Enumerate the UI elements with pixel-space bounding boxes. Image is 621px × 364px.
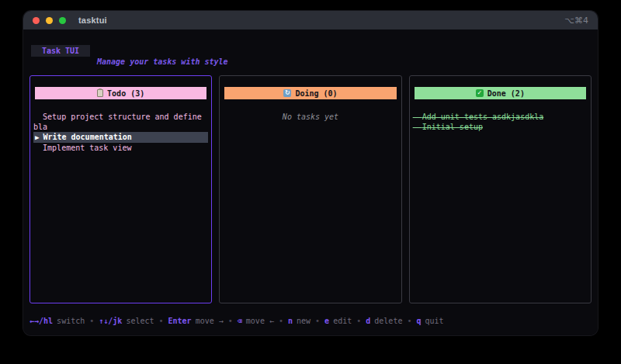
help-desc-move-right: move → xyxy=(196,317,224,325)
help-key-switch: ←→/hl xyxy=(29,317,53,325)
task-item-done[interactable]: Initial setup xyxy=(413,122,588,132)
selection-arrow-icon: ▶ xyxy=(35,133,39,141)
help-desc-delete: delete xyxy=(374,317,402,325)
column-todo-title: Todo (3) xyxy=(107,89,144,98)
check-icon xyxy=(476,89,484,97)
column-doing[interactable]: Doing (0) No tasks yet xyxy=(219,75,401,303)
help-desc-quit: quit xyxy=(425,317,443,325)
task-item[interactable]: Setup project structure and define bla xyxy=(33,112,208,132)
column-done-header: Done (2) xyxy=(415,87,586,99)
column-todo-header: Todo (3) xyxy=(35,87,206,99)
window-titlebar[interactable]: tasktui ⌥⌘4 xyxy=(23,11,598,29)
column-done-title: Done (2) xyxy=(487,89,525,98)
empty-state-text: No tasks yet xyxy=(223,112,397,122)
help-desc-switch: switch xyxy=(57,317,85,325)
done-task-list: Add unit tests asdkjasdkla Initial setup xyxy=(413,112,588,132)
app-title-badge: Task TUI xyxy=(31,45,90,57)
app-subtitle: Manage your tasks with style xyxy=(97,57,592,66)
help-separator: • xyxy=(159,317,164,325)
help-separator: • xyxy=(279,317,283,325)
help-desc-edit: edit xyxy=(333,317,352,325)
help-desc-move-left: move ← xyxy=(246,317,274,325)
task-item-done[interactable]: Add unit tests asdkjasdkla xyxy=(413,112,588,122)
window-title: tasktui xyxy=(78,16,107,25)
zoom-button[interactable] xyxy=(59,17,66,24)
column-done[interactable]: Done (2) Add unit tests asdkjasdkla Init… xyxy=(409,75,592,303)
kanban-board: Todo (3) Setup project structure and def… xyxy=(29,75,592,303)
help-key-new: n xyxy=(288,317,293,325)
column-doing-header: Doing (0) xyxy=(224,87,396,99)
terminal-window: tasktui ⌥⌘4 Task TUI Manage your tasks w… xyxy=(23,11,598,335)
help-separator: • xyxy=(356,317,361,325)
help-bar: ←→/hlswitch•↑↓/jkselect•Entermove →•⌫mov… xyxy=(29,316,592,326)
help-key-move-left: ⌫ xyxy=(238,317,242,325)
doing-task-list: No tasks yet xyxy=(223,112,397,122)
help-separator: • xyxy=(89,317,94,325)
help-desc-new: new xyxy=(297,317,310,325)
minimize-button[interactable] xyxy=(46,17,53,24)
help-key-edit: e xyxy=(324,317,329,325)
clipboard-icon xyxy=(97,89,103,97)
task-item-selected[interactable]: ▶Write documentation xyxy=(33,132,208,143)
help-key-quit: q xyxy=(416,317,421,325)
refresh-icon xyxy=(283,89,291,97)
window-shortcut-hint: ⌥⌘4 xyxy=(564,16,588,26)
terminal-content: Task TUI Manage your tasks with style To… xyxy=(23,29,598,335)
desktop-background: tasktui ⌥⌘4 Task TUI Manage your tasks w… xyxy=(0,0,621,364)
todo-task-list: Setup project structure and define bla ▶… xyxy=(33,112,208,153)
column-todo[interactable]: Todo (3) Setup project structure and def… xyxy=(29,75,212,303)
help-separator: • xyxy=(315,317,320,325)
help-key-select: ↑↓/jk xyxy=(99,317,122,325)
close-button[interactable] xyxy=(33,17,40,24)
task-item[interactable]: Implement task view xyxy=(33,143,208,153)
help-key-move-right: Enter xyxy=(168,317,192,325)
help-separator: • xyxy=(407,317,411,325)
help-separator: • xyxy=(228,317,233,325)
help-desc-select: select xyxy=(126,317,154,325)
traffic-lights xyxy=(33,17,66,24)
task-item-label: Write documentation xyxy=(43,133,131,141)
help-key-delete: d xyxy=(366,317,370,325)
column-doing-title: Doing (0) xyxy=(295,89,337,98)
